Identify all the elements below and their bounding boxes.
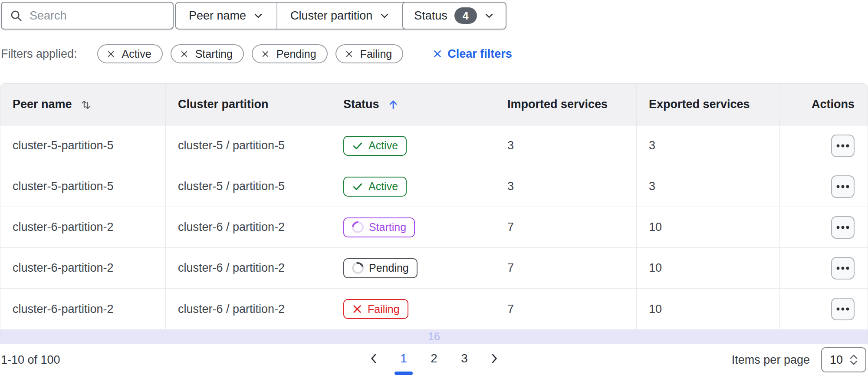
column-header-label: Status [343, 98, 379, 111]
cluster-partition-value: cluster-5 / partition-5 [178, 180, 285, 193]
sort-both-icon[interactable] [80, 99, 92, 111]
exported-services-cell: 10 [637, 248, 780, 288]
items-per-page-value: 10 [830, 353, 843, 367]
cluster-partition-value: cluster-6 / partition-2 [178, 303, 285, 316]
page-button-1[interactable]: 1 [394, 352, 414, 365]
table-row: cluster-6-partition-2 cluster-6 / partit… [0, 207, 868, 248]
column-header-status[interactable]: Status [331, 84, 495, 125]
column-header-label: Peer name [13, 98, 72, 111]
status-label: Failing [368, 303, 400, 316]
spinner-icon [350, 260, 366, 276]
row-count-overlay-value: 16 [428, 330, 440, 343]
peers-table: Peer name Cluster partition Status [0, 83, 868, 344]
peer-name-cell: cluster-6-partition-2 [0, 248, 166, 288]
imported-services-cell: 7 [495, 289, 637, 329]
peer-name-value: cluster-6-partition-2 [13, 303, 114, 316]
cluster-partition-cell: cluster-6 / partition-2 [166, 248, 331, 288]
cluster-partition-value: cluster-6 / partition-2 [178, 220, 285, 234]
pagination-bar: 1-10 of 100 1 2 3 Items per page 10 [0, 344, 868, 375]
row-actions-ellipsis-button[interactable] [831, 135, 855, 157]
status-badge: Failing [343, 299, 408, 319]
cluster-partition-cell: cluster-5 / partition-5 [166, 125, 331, 166]
remove-filter-icon[interactable] [107, 50, 115, 58]
stepper-up-down-icon[interactable] [848, 353, 859, 366]
imported-services-value: 7 [507, 261, 514, 275]
peer-name-filter-dropdown[interactable]: Peer name [176, 3, 276, 29]
search-input[interactable] [30, 9, 165, 23]
table-row: cluster-6-partition-2 cluster-6 / partit… [0, 248, 868, 289]
exported-services-cell: 10 [637, 289, 780, 329]
exported-services-value: 10 [649, 261, 662, 275]
cluster-partition-filter-dropdown[interactable]: Cluster partition [276, 3, 403, 29]
filters-applied-label: Filters applied: [1, 47, 77, 61]
status-badge: Active [343, 136, 407, 156]
row-actions-ellipsis-button[interactable] [831, 257, 855, 280]
status-badge: Active [343, 177, 407, 197]
next-page-icon[interactable] [485, 352, 503, 365]
filter-toolbar: Peer name Cluster partition Status 4 [1, 2, 868, 30]
row-actions-ellipsis-button[interactable] [831, 216, 855, 239]
remove-filter-icon[interactable] [180, 50, 188, 58]
chevron-down-icon [484, 10, 494, 21]
peer-name-cell: cluster-6-partition-2 [0, 207, 166, 247]
filter-chip-label: Starting [195, 48, 233, 60]
column-header-label: Actions [812, 98, 855, 111]
check-icon [352, 181, 363, 192]
column-header-peer-name[interactable]: Peer name [0, 84, 166, 125]
sort-ascending-icon[interactable] [387, 99, 399, 111]
imported-services-cell: 3 [495, 125, 637, 166]
remove-filter-icon[interactable] [261, 50, 270, 58]
x-icon [352, 304, 362, 314]
imported-services-cell: 7 [495, 248, 637, 288]
items-per-page-stepper[interactable]: 10 [821, 347, 866, 372]
column-header-cluster-partition[interactable]: Cluster partition [166, 84, 331, 125]
cluster-partition-cell: cluster-6 / partition-2 [166, 289, 331, 329]
status-cell: Pending [331, 248, 495, 288]
exported-services-value: 10 [649, 303, 662, 316]
filter-chip-active[interactable]: Active [97, 44, 163, 63]
status-label: Pending [369, 262, 409, 274]
page-button-3[interactable]: 3 [454, 352, 474, 365]
chevron-down-icon [379, 10, 390, 21]
filter-chip-failing[interactable]: Failing [335, 44, 404, 63]
exported-services-cell: 3 [637, 166, 780, 207]
page-button-2[interactable]: 2 [424, 352, 444, 365]
applied-filters-bar: Filters applied: Active Starting Pending… [1, 44, 868, 63]
row-actions-ellipsis-button[interactable] [831, 298, 855, 320]
clear-filters-button[interactable]: Clear filters [433, 47, 512, 61]
filter-chip-label: Active [122, 48, 151, 60]
peer-name-value: cluster-5-partition-5 [13, 180, 114, 193]
status-label: Starting [369, 221, 406, 234]
column-header-imported-services[interactable]: Imported services [495, 84, 637, 125]
pagination-range-label: 1-10 of 100 [1, 353, 60, 367]
filter-chip-starting[interactable]: Starting [171, 44, 244, 63]
clear-filters-label: Clear filters [447, 47, 512, 61]
previous-page-icon[interactable] [365, 352, 383, 365]
column-header-label: Exported services [649, 98, 750, 111]
filter-chip-pending[interactable]: Pending [252, 44, 328, 63]
cluster-partition-value: cluster-5 / partition-5 [178, 139, 285, 152]
remove-filter-icon[interactable] [345, 50, 353, 58]
column-header-exported-services[interactable]: Exported services [637, 84, 780, 125]
status-filter-dropdown[interactable]: Status 4 [402, 2, 506, 30]
status-badge: Starting [343, 217, 415, 237]
status-cell: Failing [331, 289, 495, 329]
filter-dropdown-group: Peer name Cluster partition Status 4 [175, 2, 506, 30]
actions-cell [780, 166, 868, 207]
exported-services-cell: 10 [637, 207, 780, 247]
search-box[interactable] [1, 2, 174, 30]
spinner-icon [349, 219, 366, 235]
row-actions-ellipsis-button[interactable] [831, 175, 855, 198]
exported-services-value: 3 [649, 139, 655, 152]
search-icon [10, 9, 23, 22]
table-body: cluster-5-partition-5 cluster-5 / partit… [0, 125, 868, 329]
table-row: cluster-5-partition-5 cluster-5 / partit… [0, 166, 868, 207]
pagination-pages: 1 2 3 [365, 352, 503, 365]
peer-name-value: cluster-5-partition-5 [13, 139, 114, 152]
imported-services-value: 7 [507, 303, 514, 316]
filter-chip-label: Failing [360, 48, 392, 60]
cluster-partition-filter-label: Cluster partition [290, 9, 372, 23]
status-cell: Starting [331, 207, 495, 247]
actions-cell [780, 248, 868, 288]
column-header-label: Imported services [507, 98, 608, 111]
